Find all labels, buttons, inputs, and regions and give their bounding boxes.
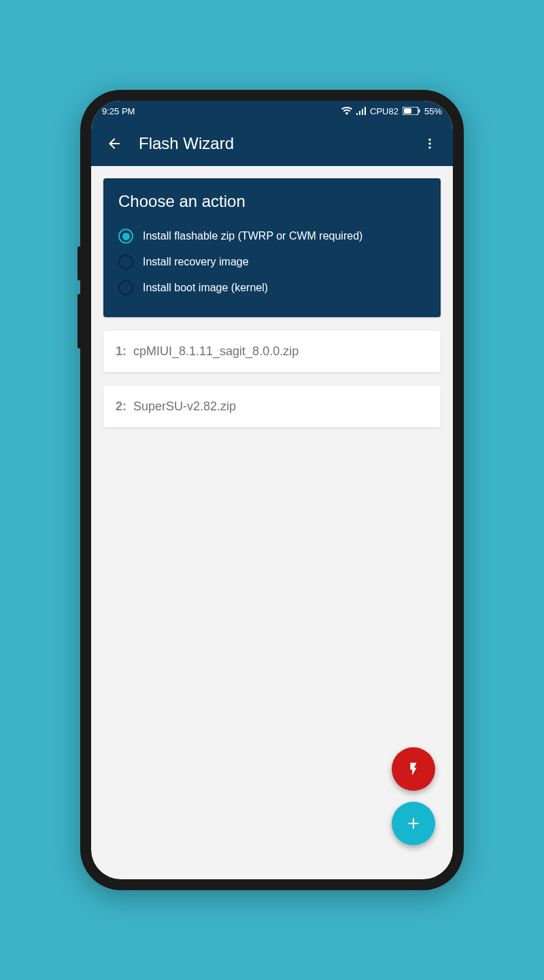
radio-icon [118, 255, 133, 270]
plus-icon [405, 815, 422, 832]
status-battery-pct: 55% [424, 106, 442, 116]
page-title: Flash Wizard [139, 134, 415, 153]
status-time: 9:25 PM [102, 106, 135, 116]
svg-rect-1 [404, 108, 411, 114]
flash-icon [406, 759, 421, 779]
radio-icon [118, 280, 133, 295]
status-right: CPU82 55% [341, 106, 442, 116]
file-name: cpMIUI_8.1.11_sagit_8.0.0.zip [133, 344, 299, 359]
phone-side-button-1 [78, 246, 80, 280]
content-area: Choose an action Install flashable zip (… [91, 166, 453, 879]
phone-side-button-2 [78, 294, 80, 348]
svg-rect-2 [418, 110, 420, 113]
file-name: SuperSU-v2.82.zip [133, 399, 236, 414]
battery-icon [403, 107, 420, 115]
app-bar: Flash Wizard [91, 121, 453, 166]
more-button[interactable] [415, 129, 445, 159]
file-index: 1: [116, 344, 126, 359]
radio-icon [118, 229, 133, 244]
screen: 9:25 PM CPU82 55% Flash Wizard [91, 101, 453, 879]
radio-option-recovery-image[interactable]: Install recovery image [118, 249, 426, 275]
radio-label: Install flashable zip (TWRP or CWM requi… [143, 230, 362, 242]
file-index: 2: [116, 399, 126, 414]
radio-option-boot-image[interactable]: Install boot image (kernel) [118, 275, 426, 301]
status-cpu: CPU82 [370, 106, 398, 116]
more-vert-icon [423, 137, 437, 150]
file-item-1[interactable]: 1: cpMIUI_8.1.11_sagit_8.0.0.zip [103, 331, 441, 372]
action-card-title: Choose an action [118, 192, 426, 211]
add-fab[interactable] [392, 802, 435, 845]
svg-point-3 [428, 139, 430, 141]
wifi-icon [341, 107, 352, 115]
phone-frame: 9:25 PM CPU82 55% Flash Wizard [80, 90, 464, 890]
back-button[interactable] [99, 129, 129, 159]
svg-point-5 [428, 146, 430, 148]
flash-fab[interactable] [392, 747, 435, 791]
svg-point-4 [428, 142, 430, 144]
radio-label: Install boot image (kernel) [143, 282, 268, 294]
status-bar: 9:25 PM CPU82 55% [91, 101, 453, 121]
signal-icon [356, 107, 366, 115]
action-card: Choose an action Install flashable zip (… [103, 178, 441, 317]
file-item-2[interactable]: 2: SuperSU-v2.82.zip [103, 386, 441, 427]
radio-option-flashable-zip[interactable]: Install flashable zip (TWRP or CWM requi… [118, 223, 426, 249]
arrow-back-icon [106, 135, 122, 152]
radio-label: Install recovery image [143, 256, 249, 268]
